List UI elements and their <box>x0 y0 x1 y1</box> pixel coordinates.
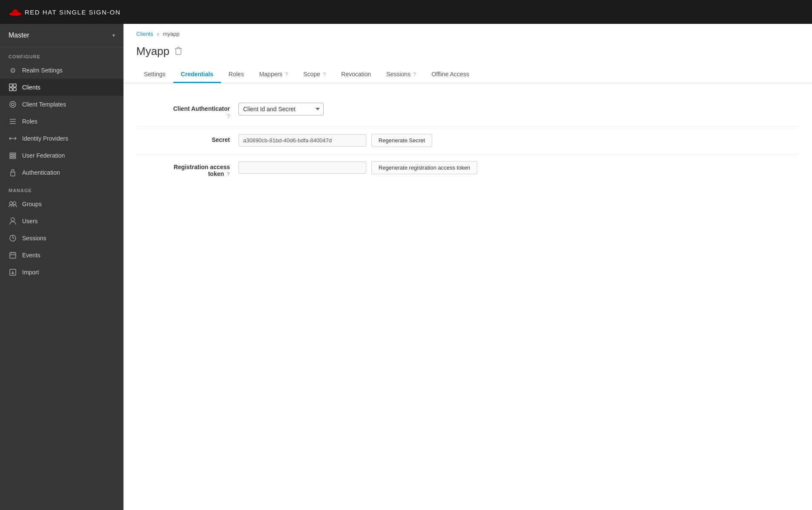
svg-rect-14 <box>10 157 16 158</box>
topbar: RED HAT SINGLE SIGN-ON <box>0 0 812 24</box>
breadcrumb: Clients » myapp <box>123 24 812 40</box>
tab-offline-access[interactable]: Offline Access <box>424 66 476 83</box>
sidebar-item-label: Authentication <box>22 169 60 176</box>
client-templates-icon <box>9 100 17 109</box>
sidebar-item-label: Roles <box>22 118 37 125</box>
identity-providers-icon <box>9 134 17 143</box>
sidebar-item-label: Groups <box>22 201 42 207</box>
regenerate-secret-button[interactable]: Regenerate Secret <box>371 134 432 147</box>
tab-settings[interactable]: Settings <box>136 66 173 83</box>
page-header: Myapp <box>123 40 812 66</box>
help-icon: ? <box>413 71 416 78</box>
svg-point-18 <box>11 218 14 221</box>
delete-icon[interactable] <box>175 46 182 57</box>
tab-revocation[interactable]: Revocation <box>333 66 379 83</box>
svg-point-16 <box>10 202 13 205</box>
client-authenticator-row: Client Authenticator ? Client Id and Sec… <box>136 96 799 127</box>
sidebar-item-identity-providers[interactable]: Identity Providers <box>0 130 123 147</box>
registration-access-token-input[interactable] <box>238 161 366 174</box>
sidebar-item-label: Events <box>22 252 40 259</box>
gear-icon: ⚙ <box>9 66 17 75</box>
svg-rect-12 <box>10 153 16 154</box>
client-authenticator-control: Client Id and Secret Signed Jwt X509 Cer… <box>238 103 799 115</box>
user-federation-icon <box>9 151 17 160</box>
sidebar-item-events[interactable]: Events <box>0 247 123 264</box>
brand-logo: RED HAT SINGLE SIGN-ON <box>9 8 121 16</box>
client-authenticator-label-col: Client Authenticator ? <box>136 103 230 120</box>
breadcrumb-separator: » <box>157 31 160 37</box>
svg-point-7 <box>11 103 14 106</box>
tabs: Settings Credentials Roles Mappers ? Sco… <box>123 66 812 83</box>
help-icon: ? <box>323 71 326 78</box>
realm-name: Master <box>9 32 29 39</box>
clock-icon <box>9 234 17 242</box>
lock-icon <box>9 168 17 177</box>
sidebar-item-client-templates[interactable]: Client Templates <box>0 96 123 113</box>
sidebar-item-authentication[interactable]: Authentication <box>0 164 123 181</box>
realm-selector[interactable]: Master ▾ <box>0 24 123 47</box>
sidebar-item-label: Identity Providers <box>22 135 68 142</box>
form-area: Client Authenticator ? Client Id and Sec… <box>123 83 812 510</box>
sidebar-item-label: Users <box>22 218 38 225</box>
registration-access-token-control: Regenerate registration access token <box>238 161 799 174</box>
registration-access-token-label: Registration access <box>174 164 230 170</box>
regenerate-registration-access-token-button[interactable]: Regenerate registration access token <box>371 161 477 174</box>
svg-rect-5 <box>13 88 16 91</box>
tab-credentials[interactable]: Credentials <box>173 66 221 83</box>
redhat-hat-icon <box>9 8 22 16</box>
client-authenticator-select[interactable]: Client Id and Secret Signed Jwt X509 Cer… <box>238 103 324 115</box>
svg-rect-15 <box>11 172 15 176</box>
svg-rect-4 <box>9 88 12 91</box>
main-content: Clients » myapp Myapp Settings Credentia… <box>123 24 812 510</box>
sidebar-item-groups[interactable]: Groups <box>0 196 123 213</box>
registration-access-token-row: Registration access token ? Regenerate r… <box>136 154 799 184</box>
tab-scope[interactable]: Scope ? <box>296 66 333 83</box>
sidebar-item-label: Client Templates <box>22 101 66 108</box>
brand-name: RED HAT SINGLE SIGN-ON <box>25 9 121 16</box>
svg-rect-22 <box>10 253 16 258</box>
secret-label: Secret <box>136 136 230 143</box>
svg-point-6 <box>10 101 16 107</box>
sidebar-item-users[interactable]: Users <box>0 213 123 230</box>
svg-rect-13 <box>10 155 16 156</box>
sidebar-item-label: Realm Settings <box>22 67 63 74</box>
sidebar-item-realm-settings[interactable]: ⚙ Realm Settings <box>0 62 123 79</box>
sidebar-item-sessions[interactable]: Sessions <box>0 230 123 247</box>
events-icon <box>9 251 17 259</box>
chevron-down-icon: ▾ <box>112 32 115 38</box>
secret-input[interactable] <box>238 134 366 147</box>
user-icon <box>9 217 17 225</box>
groups-icon <box>9 200 17 208</box>
secret-row: Secret Regenerate Secret <box>136 127 799 154</box>
breadcrumb-current: myapp <box>163 31 179 37</box>
sidebar-item-clients[interactable]: Clients <box>0 79 123 96</box>
svg-rect-3 <box>13 84 16 87</box>
sidebar-item-label: Clients <box>22 84 40 91</box>
sidebar-item-import[interactable]: Import <box>0 264 123 281</box>
sidebar-item-user-federation[interactable]: User Federation <box>0 147 123 164</box>
tab-roles[interactable]: Roles <box>221 66 252 83</box>
tab-sessions[interactable]: Sessions ? <box>379 66 424 83</box>
page-title: Myapp <box>136 45 169 58</box>
configure-section-label: Configure <box>0 47 123 62</box>
manage-section-label: Manage <box>0 181 123 196</box>
breadcrumb-clients-link[interactable]: Clients <box>136 31 153 37</box>
client-authenticator-label: Client Authenticator <box>136 105 230 112</box>
help-icon: ? <box>227 171 230 177</box>
svg-point-17 <box>13 202 16 205</box>
svg-point-1 <box>9 12 22 16</box>
roles-icon <box>9 117 17 126</box>
help-icon: ? <box>227 113 230 120</box>
secret-control: Regenerate Secret <box>238 134 799 147</box>
sidebar-item-label: Sessions <box>22 235 46 242</box>
registration-access-token-label-col: Registration access token ? <box>136 161 230 177</box>
registration-access-token-label2: token ? <box>208 170 230 177</box>
svg-rect-2 <box>9 84 12 87</box>
tab-mappers[interactable]: Mappers ? <box>252 66 296 83</box>
sidebar-item-label: Import <box>22 269 39 276</box>
sidebar-item-roles[interactable]: Roles <box>0 113 123 130</box>
clients-icon <box>9 83 17 92</box>
import-icon <box>9 268 17 277</box>
help-icon: ? <box>285 71 288 78</box>
sidebar-item-label: User Federation <box>22 152 65 159</box>
